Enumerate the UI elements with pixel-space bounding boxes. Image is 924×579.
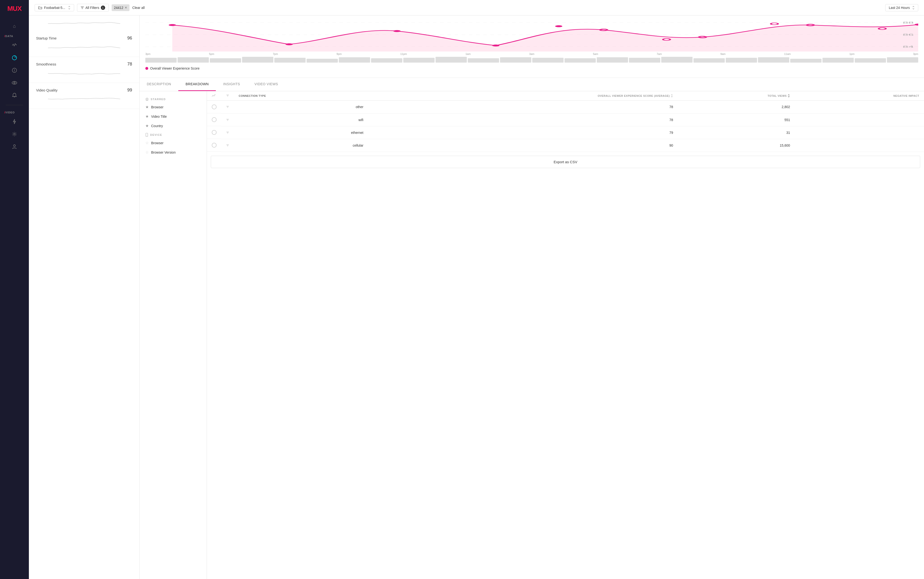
- video-title-label: Video Title: [151, 114, 167, 118]
- file-selector-label: Foobarbat-5...: [44, 6, 65, 10]
- row-views-3: 15,600: [678, 139, 795, 152]
- svg-point-5: [14, 133, 15, 135]
- time-label-9am: 9am: [720, 52, 725, 56]
- content-layout: Startup Time 96 Smoothness 78 Video: [29, 15, 924, 579]
- chart-icon[interactable]: [9, 52, 20, 63]
- table-row: other 78 2,802: [207, 101, 924, 114]
- starred-browser-item[interactable]: ★ Browser: [140, 102, 207, 112]
- svg-point-16: [492, 44, 500, 46]
- export-csv-button[interactable]: Export as CSV: [211, 156, 920, 168]
- star-filled-icon-3: ★: [145, 124, 149, 128]
- breakdown-layout: STARRED ★ Browser ★ Video Title ★ Countr…: [140, 91, 924, 579]
- row-impact-3: [795, 139, 924, 152]
- country-item[interactable]: ★ Country: [140, 121, 207, 131]
- settings-icon[interactable]: [9, 129, 20, 139]
- main-content: Foobarbat-5... All Filters 1 24412 × Cle…: [29, 0, 924, 579]
- metric-startup-time: Startup Time 96: [29, 31, 139, 57]
- topbar: Foobarbat-5... All Filters 1 24412 × Cle…: [29, 0, 924, 15]
- svg-text:!: !: [14, 69, 15, 72]
- app-logo: MUX: [7, 5, 21, 13]
- breakdown-table: CONNECTION TYPE OVERALL VIEWER EXPERIENC…: [207, 91, 924, 152]
- table-row: wifi 78 551: [207, 113, 924, 126]
- tab-description[interactable]: DESCRIPTION: [140, 78, 178, 91]
- row-connection-type-3: cellular: [234, 139, 368, 152]
- th-trend: [207, 91, 221, 101]
- right-panel: 88 86 84 3pm 5pm 7pm 9pm 11pm 1am 3am 5a…: [140, 15, 924, 579]
- time-label-11pm: 11pm: [400, 52, 407, 56]
- eye-icon[interactable]: [9, 77, 20, 88]
- smoothness-value: 78: [127, 62, 132, 67]
- th-total-views[interactable]: TOTAL VIEWS: [678, 91, 795, 101]
- time-label-9pm: 9pm: [336, 52, 342, 56]
- home-icon[interactable]: ⌂: [9, 21, 20, 31]
- row-select-cell-2[interactable]: [207, 126, 221, 139]
- startup-time-sparkline: [36, 43, 132, 52]
- svg-marker-28: [145, 98, 149, 101]
- svg-point-3: [12, 81, 17, 84]
- star-empty-icon: ☆: [145, 141, 149, 145]
- time-label-7pm: 7pm: [273, 52, 278, 56]
- video-title-item[interactable]: ★ Video Title: [140, 112, 207, 121]
- bell-icon[interactable]: [9, 90, 20, 101]
- browser-version-item[interactable]: ☆ Browser Version: [140, 147, 207, 157]
- user-icon[interactable]: [9, 141, 20, 152]
- row-impact-0: [795, 101, 924, 114]
- row-connection-type-2: ethernet: [234, 126, 368, 139]
- filter-label: All Filters: [85, 6, 100, 10]
- chart-time-labels: 3pm 5pm 7pm 9pm 11pm 1am 3am 5am 7am 9am…: [145, 52, 918, 57]
- time-range-selector[interactable]: Last 24 Hours: [885, 4, 918, 11]
- filter-chip-close[interactable]: ×: [125, 5, 127, 10]
- th-overall-score[interactable]: OVERALL VIEWER EXPERIENCE SCORE (AVERAGE…: [368, 91, 678, 101]
- lightning-icon[interactable]: [9, 116, 20, 127]
- star-empty-icon-2: ☆: [145, 150, 149, 155]
- main-chart: 88 86 84: [145, 18, 918, 52]
- tab-insights[interactable]: INSIGHTS: [216, 78, 247, 91]
- data-section-label: /DATA: [0, 35, 13, 38]
- time-range-label: Last 24 Hours: [889, 6, 910, 10]
- time-label-11am: 11am: [784, 52, 791, 56]
- star-filled-icon-2: ★: [145, 114, 149, 119]
- row-impact-1: [795, 113, 924, 126]
- row-select-cell-0[interactable]: [207, 101, 221, 113]
- row-score-0: 78: [368, 101, 678, 114]
- row-checkbox-2[interactable]: [212, 130, 217, 135]
- svg-text:84: 84: [903, 45, 914, 48]
- chart-area: 88 86 84 3pm 5pm 7pm 9pm 11pm 1am 3am 5a…: [140, 15, 924, 78]
- activity-icon[interactable]: [9, 40, 20, 51]
- file-selector[interactable]: Foobarbat-5...: [35, 4, 74, 11]
- info-icon[interactable]: !: [9, 65, 20, 75]
- row-connection-type-1: wifi: [234, 113, 368, 126]
- svg-point-30: [147, 136, 147, 136]
- clear-all-button[interactable]: Clear all: [132, 6, 145, 10]
- legend-label: Overall Viewer Experience Score: [150, 67, 199, 70]
- row-select-cell-3[interactable]: [207, 139, 221, 152]
- time-label-1pm: 1pm: [849, 52, 854, 56]
- tab-video-views[interactable]: VIDEO VIEWS: [247, 78, 286, 91]
- row-checkbox-0[interactable]: [212, 105, 217, 109]
- sidebar: MUX ⌂ /DATA ! /VIDEO: [0, 0, 29, 579]
- row-select-cell-1[interactable]: [207, 113, 221, 126]
- histogram: [145, 57, 918, 64]
- video-quality-sparkline: [36, 95, 132, 104]
- device-browser-item[interactable]: ☆ Browser: [140, 138, 207, 147]
- row-checkbox-3[interactable]: [212, 143, 217, 147]
- row-filter-cell-3: [221, 139, 234, 152]
- row-views-2: 31: [678, 126, 795, 139]
- row-filter-cell-1: [221, 113, 234, 126]
- browser-version-label: Browser Version: [151, 150, 176, 154]
- row-views-1: 551: [678, 113, 795, 126]
- video-section-label: /VIDEO: [0, 111, 15, 114]
- svg-point-4: [14, 82, 15, 83]
- filter-button[interactable]: All Filters 1: [77, 4, 109, 11]
- row-checkbox-1[interactable]: [212, 117, 217, 122]
- device-browser-label: Browser: [151, 141, 163, 145]
- video-quality-label: Video Quality: [36, 88, 57, 92]
- table-row: cellular 90 15,600: [207, 139, 924, 152]
- tab-breakdown[interactable]: BREAKDOWN: [178, 78, 216, 91]
- svg-point-15: [393, 30, 401, 32]
- breakdown-sidebar: STARRED ★ Browser ★ Video Title ★ Countr…: [140, 91, 207, 579]
- svg-point-21: [771, 23, 778, 25]
- filter-count: 1: [101, 5, 105, 10]
- svg-point-13: [169, 24, 176, 26]
- row-score-2: 79: [368, 126, 678, 139]
